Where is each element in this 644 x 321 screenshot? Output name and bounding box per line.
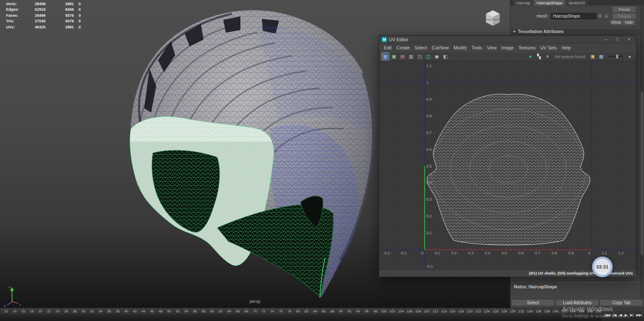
minimize-button[interactable]: – xyxy=(605,37,608,42)
timeline-frame-number: 114 xyxy=(441,309,447,313)
stat-label: Faces: xyxy=(6,13,25,18)
shader-ball-icon[interactable]: ● xyxy=(527,53,534,60)
uv-grid-tick-label: 0.6 xyxy=(426,147,432,152)
menu-modify[interactable]: Modify xyxy=(453,45,467,50)
x-axis-label: x xyxy=(19,303,21,307)
attribute-editor-scrollbar[interactable] xyxy=(640,6,644,298)
menu-help[interactable]: Help xyxy=(562,45,571,50)
menu-select[interactable]: Select xyxy=(415,45,427,50)
z-axis-label: z xyxy=(4,304,6,308)
stat-selected: 2881 xyxy=(46,1,74,7)
refresh-textures-icon[interactable]: ▦ xyxy=(598,53,605,60)
dim-image-icon[interactable]: ◧ xyxy=(442,53,449,60)
tab-haircap[interactable]: Haircap xyxy=(513,0,533,6)
slider-handle[interactable] xyxy=(616,55,618,58)
play-forward-button[interactable]: ▶ xyxy=(624,312,628,318)
checker-map-icon[interactable]: ▚ xyxy=(535,53,543,60)
texture-swatch-icon[interactable]: ▪ xyxy=(604,13,609,19)
uv-editor-menubar: Edit Create Select Cut/Sew Modify Tools … xyxy=(379,43,636,52)
step-back-key-button[interactable]: |◀ xyxy=(612,312,617,318)
step-back-frame-button[interactable]: ◀ xyxy=(618,312,623,318)
uv-grid-tick-label: 0.9 xyxy=(568,251,574,255)
uv-canvas[interactable]: 1.110.90.80.70.60.50.40.30.20.1-0.1-0.2-… xyxy=(379,61,636,269)
scrollbar-thumb[interactable] xyxy=(641,92,643,255)
timeline-frame-number: 128 xyxy=(501,309,507,313)
uv-shell-mesh[interactable] xyxy=(427,94,590,245)
view-cube-front-label: FRONT xyxy=(486,19,493,21)
image-display-icon[interactable]: ▣ xyxy=(390,53,398,60)
show-button[interactable]: Show xyxy=(610,20,622,25)
focus-button[interactable]: Focus xyxy=(613,6,636,12)
view-cube[interactable]: FRONT RIGHT xyxy=(483,9,503,28)
uv-grid-tick-label: 0.1 xyxy=(426,231,432,235)
go-to-end-button[interactable]: ▶▶| xyxy=(635,312,643,318)
hide-button[interactable]: Hide xyxy=(623,20,635,25)
go-to-start-button[interactable]: |◀◀ xyxy=(603,312,611,318)
connection-list-icon[interactable]: ≡ xyxy=(597,13,603,19)
section-tessellation-attributes[interactable]: ▶ Tessellation Attributes xyxy=(511,28,643,34)
time-slider[interactable]: 1214161820222426283032343638404244464850… xyxy=(0,308,644,321)
mesh-name-input[interactable] xyxy=(551,13,596,19)
chevron-down-icon[interactable]: ▾ xyxy=(544,53,551,60)
timeline-frame-number: 94 xyxy=(356,309,360,313)
timeline-frame-number: 150 xyxy=(595,309,601,313)
tab-haircapshape[interactable]: HaircapShape xyxy=(534,0,565,6)
menu-tools[interactable]: Tools xyxy=(471,45,482,50)
load-attributes-button[interactable]: Load Attributes xyxy=(556,299,599,306)
uv-grid-tick-label: 0.5 xyxy=(501,251,507,255)
uv-grid-tick-label: 1.1 xyxy=(426,64,432,68)
panel-arrow-icon[interactable]: ▸ xyxy=(626,53,634,60)
uv-shaded-display-icon[interactable]: ▦ xyxy=(382,53,389,60)
menu-textures[interactable]: Textures xyxy=(519,45,536,50)
stat-total: 52915 xyxy=(25,7,46,12)
select-button[interactable]: Select xyxy=(511,299,555,306)
uv-grid-tick-label: 0.7 xyxy=(426,131,432,135)
uv-editor-window[interactable]: M UV Editor – □ × Edit Create Select Cut… xyxy=(379,35,637,276)
timeline-frame-number: 92 xyxy=(348,309,352,313)
bake-texture-icon[interactable]: ▣ xyxy=(589,53,596,60)
range-slider[interactable] xyxy=(0,315,602,321)
timeline-frame-number: 140 xyxy=(553,309,558,313)
step-forward-frame-button[interactable]: ▶| xyxy=(629,312,634,318)
pixel-snap-icon[interactable]: ◳ xyxy=(416,53,423,60)
uv-grid-tick-label: 0.5 xyxy=(426,164,432,168)
grid-display-icon[interactable]: ▥ xyxy=(407,53,415,60)
timeline-frame-number: 50 xyxy=(167,309,171,313)
stat-row-edges: Edges:5291584560 xyxy=(6,7,81,12)
copy-tab-button[interactable]: Copy Tab xyxy=(600,299,643,306)
timeline-frame-number: 38 xyxy=(116,309,120,313)
uv-grid-tick-label: -0.1 xyxy=(426,264,433,269)
timeline-frame-number: 74 xyxy=(270,309,274,313)
timeline-frame-number: 116 xyxy=(450,309,456,313)
timeline-frame-number: 60 xyxy=(210,309,214,313)
uv-grid-tick-label: -0.2 xyxy=(383,251,390,255)
image-dim-slider[interactable] xyxy=(608,56,623,57)
timeline-frame-number: 72 xyxy=(262,309,266,313)
notes-label: Notes: HaircapShape xyxy=(514,284,557,289)
uv-grid-tick-label: 0.3 xyxy=(468,251,474,255)
timeline-frame-number: 100 xyxy=(381,309,386,313)
close-button[interactable]: × xyxy=(628,37,630,42)
maximize-button[interactable]: □ xyxy=(616,37,619,42)
tab-lambert3[interactable]: lambert3 xyxy=(566,0,588,6)
timeline-frame-number: 36 xyxy=(107,309,111,313)
uv-editor-titlebar[interactable]: M UV Editor – □ × xyxy=(379,36,636,43)
menu-view[interactable]: View xyxy=(487,45,497,50)
menu-create[interactable]: Create xyxy=(396,45,410,50)
timeline-frame-number: 20 xyxy=(39,309,43,313)
timeline-frame-number: 22 xyxy=(47,309,51,313)
timeline-frame-number: 126 xyxy=(492,309,498,313)
texture-border-icon[interactable]: ◉ xyxy=(433,53,440,60)
shell-border-icon[interactable]: ◫ xyxy=(425,53,432,60)
menu-image[interactable]: Image xyxy=(501,45,514,50)
menu-uv-sets[interactable]: UV Sets xyxy=(540,45,557,50)
menu-cut-sew[interactable]: Cut/Sew xyxy=(432,45,449,50)
stat-extra: 0 xyxy=(74,13,81,18)
stat-label: Edges: xyxy=(6,7,25,12)
collapse-arrow-icon: ▶ xyxy=(513,30,516,33)
presets-button[interactable]: Presets xyxy=(613,13,636,19)
menu-edit[interactable]: Edit xyxy=(384,45,392,50)
stat-selected: 5576 xyxy=(46,18,74,24)
image-ratio-icon[interactable]: ▤ xyxy=(399,53,406,60)
timeline-frame-number: 12 xyxy=(4,309,8,313)
